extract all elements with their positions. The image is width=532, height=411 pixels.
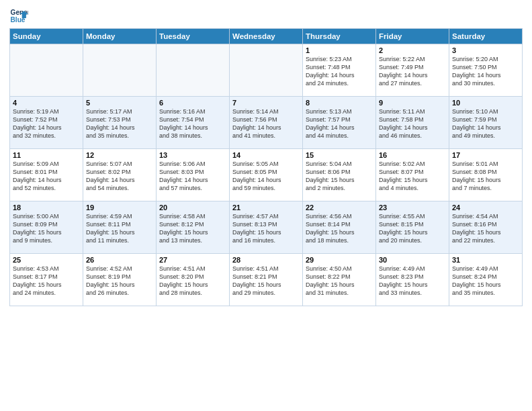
day-info: Sunrise: 5:20 AM Sunset: 7:50 PM Dayligh… <box>452 55 519 88</box>
day-number: 5 <box>86 99 153 107</box>
day-number: 27 <box>159 256 226 264</box>
day-cell: 16Sunrise: 5:02 AM Sunset: 8:07 PM Dayli… <box>376 149 449 201</box>
day-number: 30 <box>379 256 446 264</box>
day-number: 24 <box>452 203 519 212</box>
day-info: Sunrise: 5:17 AM Sunset: 7:53 PM Dayligh… <box>86 107 153 140</box>
calendar-table: SundayMondayTuesdayWednesdayThursdayFrid… <box>9 28 523 306</box>
week-row-5: 25Sunrise: 4:53 AM Sunset: 8:17 PM Dayli… <box>10 254 523 306</box>
header: General Blue <box>9 7 523 26</box>
weekday-header-tuesday: Tuesday <box>157 29 230 44</box>
weekday-header-monday: Monday <box>83 29 157 44</box>
day-cell: 19Sunrise: 4:59 AM Sunset: 8:11 PM Dayli… <box>83 201 157 254</box>
day-cell: 29Sunrise: 4:50 AM Sunset: 8:22 PM Dayli… <box>303 254 376 306</box>
day-number: 19 <box>86 203 153 212</box>
day-number: 11 <box>13 151 80 159</box>
day-cell: 24Sunrise: 4:54 AM Sunset: 8:16 PM Dayli… <box>449 201 523 254</box>
week-row-2: 4Sunrise: 5:19 AM Sunset: 7:52 PM Daylig… <box>10 97 523 149</box>
day-cell <box>157 44 230 97</box>
weekday-header-row: SundayMondayTuesdayWednesdayThursdayFrid… <box>10 29 523 44</box>
day-cell: 5Sunrise: 5:17 AM Sunset: 7:53 PM Daylig… <box>83 97 157 149</box>
day-cell: 4Sunrise: 5:19 AM Sunset: 7:52 PM Daylig… <box>10 97 83 149</box>
day-number: 22 <box>306 203 373 212</box>
day-info: Sunrise: 4:49 AM Sunset: 8:24 PM Dayligh… <box>452 265 519 298</box>
day-info: Sunrise: 4:58 AM Sunset: 8:12 PM Dayligh… <box>159 212 226 245</box>
day-number: 14 <box>232 151 300 159</box>
day-cell: 21Sunrise: 4:57 AM Sunset: 8:13 PM Dayli… <box>230 201 303 254</box>
day-info: Sunrise: 5:05 AM Sunset: 8:05 PM Dayligh… <box>232 160 300 193</box>
week-row-3: 11Sunrise: 5:09 AM Sunset: 8:01 PM Dayli… <box>10 149 523 201</box>
week-row-4: 18Sunrise: 5:00 AM Sunset: 8:09 PM Dayli… <box>10 201 523 254</box>
day-number: 29 <box>306 256 373 264</box>
weekday-header-thursday: Thursday <box>303 29 376 44</box>
day-cell: 28Sunrise: 4:51 AM Sunset: 8:21 PM Dayli… <box>230 254 303 306</box>
day-info: Sunrise: 5:04 AM Sunset: 8:06 PM Dayligh… <box>306 160 373 193</box>
day-cell: 7Sunrise: 5:14 AM Sunset: 7:56 PM Daylig… <box>230 97 303 149</box>
day-number: 16 <box>379 151 446 159</box>
logo: General Blue <box>9 7 28 26</box>
day-cell: 22Sunrise: 4:56 AM Sunset: 8:14 PM Dayli… <box>303 201 376 254</box>
day-cell: 13Sunrise: 5:06 AM Sunset: 8:03 PM Dayli… <box>157 149 230 201</box>
day-cell: 26Sunrise: 4:52 AM Sunset: 8:19 PM Dayli… <box>83 254 157 306</box>
day-cell <box>10 44 83 97</box>
day-info: Sunrise: 5:07 AM Sunset: 8:02 PM Dayligh… <box>86 160 153 193</box>
day-cell: 20Sunrise: 4:58 AM Sunset: 8:12 PM Dayli… <box>157 201 230 254</box>
day-number: 13 <box>159 151 226 159</box>
day-number: 25 <box>13 256 80 264</box>
day-info: Sunrise: 5:02 AM Sunset: 8:07 PM Dayligh… <box>379 160 446 193</box>
day-info: Sunrise: 4:51 AM Sunset: 8:20 PM Dayligh… <box>159 265 226 298</box>
day-info: Sunrise: 4:59 AM Sunset: 8:11 PM Dayligh… <box>86 212 153 245</box>
day-cell: 15Sunrise: 5:04 AM Sunset: 8:06 PM Dayli… <box>303 149 376 201</box>
day-info: Sunrise: 5:22 AM Sunset: 7:49 PM Dayligh… <box>379 55 446 88</box>
day-number: 26 <box>86 256 153 264</box>
day-number: 6 <box>159 99 226 107</box>
weekday-header-sunday: Sunday <box>10 29 83 44</box>
day-info: Sunrise: 5:11 AM Sunset: 7:58 PM Dayligh… <box>379 107 446 140</box>
day-cell: 6Sunrise: 5:16 AM Sunset: 7:54 PM Daylig… <box>157 97 230 149</box>
day-cell <box>230 44 303 97</box>
day-info: Sunrise: 4:55 AM Sunset: 8:15 PM Dayligh… <box>379 212 446 245</box>
day-info: Sunrise: 5:23 AM Sunset: 7:48 PM Dayligh… <box>306 55 373 88</box>
day-number: 12 <box>86 151 153 159</box>
weekday-header-saturday: Saturday <box>449 29 523 44</box>
day-info: Sunrise: 5:19 AM Sunset: 7:52 PM Dayligh… <box>13 107 80 140</box>
day-info: Sunrise: 5:13 AM Sunset: 7:57 PM Dayligh… <box>306 107 373 140</box>
day-info: Sunrise: 4:54 AM Sunset: 8:16 PM Dayligh… <box>452 212 519 245</box>
day-info: Sunrise: 5:10 AM Sunset: 7:59 PM Dayligh… <box>452 107 519 140</box>
day-cell: 12Sunrise: 5:07 AM Sunset: 8:02 PM Dayli… <box>83 149 157 201</box>
day-cell: 14Sunrise: 5:05 AM Sunset: 8:05 PM Dayli… <box>230 149 303 201</box>
day-number: 31 <box>452 256 519 264</box>
day-number: 20 <box>159 203 226 212</box>
day-number: 21 <box>232 203 300 212</box>
day-info: Sunrise: 4:49 AM Sunset: 8:23 PM Dayligh… <box>379 265 446 298</box>
day-number: 15 <box>306 151 373 159</box>
weekday-header-friday: Friday <box>376 29 449 44</box>
day-number: 18 <box>13 203 80 212</box>
day-info: Sunrise: 5:01 AM Sunset: 8:08 PM Dayligh… <box>452 160 519 193</box>
day-number: 17 <box>452 151 519 159</box>
calendar-page: General Blue SundayMondayTuesdayWednesda… <box>0 0 532 411</box>
day-info: Sunrise: 5:09 AM Sunset: 8:01 PM Dayligh… <box>13 160 80 193</box>
day-info: Sunrise: 4:51 AM Sunset: 8:21 PM Dayligh… <box>232 265 300 298</box>
day-info: Sunrise: 4:56 AM Sunset: 8:14 PM Dayligh… <box>306 212 373 245</box>
day-number: 4 <box>13 99 80 107</box>
day-info: Sunrise: 4:57 AM Sunset: 8:13 PM Dayligh… <box>232 212 300 245</box>
day-info: Sunrise: 5:06 AM Sunset: 8:03 PM Dayligh… <box>159 160 226 193</box>
day-cell: 18Sunrise: 5:00 AM Sunset: 8:09 PM Dayli… <box>10 201 83 254</box>
day-number: 28 <box>232 256 300 264</box>
day-number: 9 <box>379 99 446 107</box>
day-cell: 2Sunrise: 5:22 AM Sunset: 7:49 PM Daylig… <box>376 44 449 97</box>
day-number: 7 <box>232 99 300 107</box>
day-number: 2 <box>379 46 446 54</box>
day-info: Sunrise: 4:50 AM Sunset: 8:22 PM Dayligh… <box>306 265 373 298</box>
day-number: 10 <box>452 99 519 107</box>
day-cell: 3Sunrise: 5:20 AM Sunset: 7:50 PM Daylig… <box>449 44 523 97</box>
logo-icon: General Blue <box>9 7 28 26</box>
day-info: Sunrise: 4:52 AM Sunset: 8:19 PM Dayligh… <box>86 265 153 298</box>
day-number: 1 <box>306 46 373 54</box>
day-cell: 30Sunrise: 4:49 AM Sunset: 8:23 PM Dayli… <box>376 254 449 306</box>
day-info: Sunrise: 5:00 AM Sunset: 8:09 PM Dayligh… <box>13 212 80 245</box>
day-number: 8 <box>306 99 373 107</box>
day-info: Sunrise: 5:16 AM Sunset: 7:54 PM Dayligh… <box>159 107 226 140</box>
weekday-header-wednesday: Wednesday <box>230 29 303 44</box>
day-cell <box>83 44 157 97</box>
